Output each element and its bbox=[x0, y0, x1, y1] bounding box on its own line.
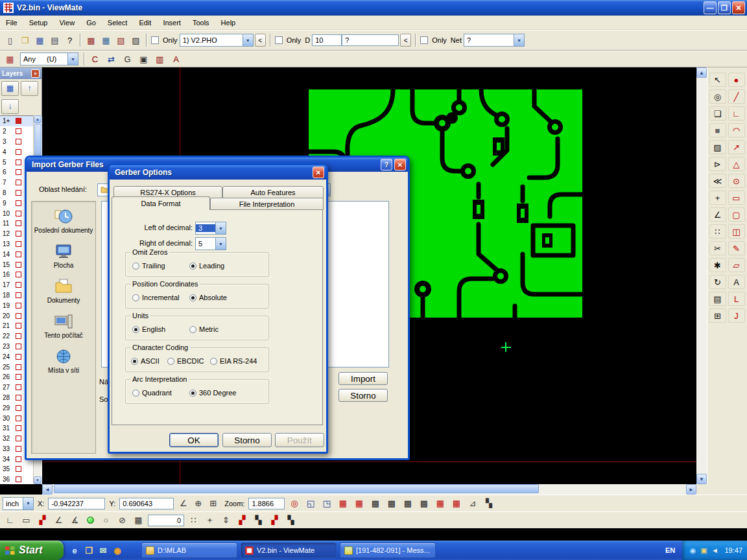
prev-layer-button[interactable]: < bbox=[255, 34, 266, 47]
measure-angle-icon[interactable]: ∠ bbox=[176, 496, 191, 511]
place-desktop[interactable]: Plocha bbox=[34, 243, 93, 269]
pat-red1-icon[interactable]: ▞ bbox=[235, 513, 250, 528]
layer-color-swatch[interactable] bbox=[16, 425, 21, 431]
layer-color-swatch[interactable] bbox=[16, 169, 21, 175]
circle-tool-icon[interactable]: ○ bbox=[99, 513, 113, 528]
layer-color-swatch[interactable] bbox=[16, 118, 21, 124]
draw-polyline-icon[interactable]: ∟ bbox=[728, 106, 745, 121]
only-layer-checkbox[interactable] bbox=[151, 36, 159, 44]
place-computer[interactable]: Tento počítač bbox=[34, 313, 93, 339]
new-file-icon[interactable]: ▯ bbox=[3, 33, 18, 47]
mask-view-icon[interactable]: ▨ bbox=[128, 33, 143, 47]
probe-icon[interactable]: ⊘ bbox=[115, 513, 130, 528]
radio-absolute[interactable]: Absolute bbox=[189, 294, 227, 301]
layer-color-swatch[interactable] bbox=[16, 200, 21, 206]
volume-tray-icon[interactable]: ◄ bbox=[710, 545, 720, 555]
zoom-all-icon[interactable]: ◳ bbox=[319, 496, 334, 511]
draw-target-icon[interactable]: ⊙ bbox=[728, 174, 745, 188]
layer-color-swatch[interactable] bbox=[16, 446, 21, 452]
dcode-info-field[interactable]: ? bbox=[342, 34, 399, 46]
dcode-input[interactable]: 10 bbox=[312, 34, 342, 46]
layer-color-swatch[interactable] bbox=[16, 384, 21, 390]
radio-icon[interactable] bbox=[189, 326, 196, 333]
checker-icon[interactable]: ▚ bbox=[481, 496, 496, 511]
layer-color-swatch[interactable] bbox=[16, 272, 21, 277]
menu-select[interactable]: Select bbox=[102, 17, 134, 29]
grid-table1-icon[interactable]: ▦ bbox=[433, 496, 447, 511]
messenger-tray-icon[interactable]: ▣ bbox=[699, 545, 709, 555]
layer-color-swatch[interactable] bbox=[16, 282, 21, 288]
radio-eia-rs244[interactable]: EIA RS-244 bbox=[210, 357, 257, 365]
layer-color-swatch[interactable] bbox=[16, 436, 21, 441]
measure-tool-icon[interactable]: ∠ bbox=[709, 207, 726, 222]
menu-file[interactable]: File bbox=[0, 17, 23, 29]
text-a-icon[interactable]: A bbox=[169, 52, 184, 66]
aperture-scope-combo[interactable]: Any(U) bbox=[20, 52, 78, 65]
radio-icon[interactable] bbox=[132, 262, 139, 270]
radio-icon[interactable] bbox=[210, 358, 217, 365]
layer-color-swatch[interactable] bbox=[16, 415, 21, 421]
text-tool-icon[interactable]: A bbox=[728, 275, 745, 289]
chevron-down-icon[interactable] bbox=[67, 53, 78, 65]
mail-quick-icon[interactable]: ✉ bbox=[97, 544, 110, 557]
help-button[interactable]: ? bbox=[381, 159, 392, 170]
grid-view-icon[interactable]: ▧ bbox=[113, 33, 128, 47]
layers-tool-icon[interactable]: ❏ bbox=[709, 106, 726, 121]
draw-pen-icon[interactable]: ✎ bbox=[728, 241, 745, 255]
layer-color-swatch[interactable] bbox=[16, 313, 21, 319]
place-network[interactable]: Místa v síti bbox=[34, 348, 93, 374]
layer-color-swatch[interactable] bbox=[16, 180, 21, 185]
zoom-window-icon[interactable]: ◱ bbox=[303, 496, 318, 511]
print-icon[interactable]: ▤ bbox=[47, 33, 62, 47]
layer-color-swatch[interactable] bbox=[16, 251, 21, 257]
corner-ruler-icon[interactable]: ∟ bbox=[3, 513, 18, 528]
chevron-down-icon[interactable] bbox=[243, 34, 253, 46]
menu-setup[interactable]: Setup bbox=[23, 17, 54, 29]
restore-button[interactable]: ❐ bbox=[718, 1, 731, 14]
aperture-table-icon[interactable]: ▦ bbox=[351, 496, 366, 511]
right-decimal-combo[interactable]: 5 bbox=[195, 237, 226, 250]
chevron-down-icon[interactable] bbox=[23, 498, 33, 509]
aperture-icon[interactable]: ▦ bbox=[3, 52, 18, 66]
menu-go[interactable]: Go bbox=[80, 17, 102, 29]
radio-icon[interactable] bbox=[131, 358, 138, 365]
draw-triangle-icon[interactable]: △ bbox=[728, 157, 745, 171]
print-tool-icon[interactable]: ▤ bbox=[709, 292, 726, 306]
close-button[interactable]: ✕ bbox=[732, 1, 745, 14]
layer-color-swatch[interactable] bbox=[16, 405, 21, 411]
cut-tool-icon[interactable]: ✂ bbox=[709, 241, 726, 255]
angle-arc-icon[interactable]: ∡ bbox=[67, 513, 82, 528]
radio-icon[interactable] bbox=[132, 294, 139, 301]
scroll-thumb[interactable] bbox=[54, 484, 539, 493]
layer-color-swatch[interactable] bbox=[16, 466, 21, 472]
radio-icon[interactable] bbox=[189, 262, 196, 270]
layer-up-button[interactable]: ↑ bbox=[21, 81, 38, 96]
layer-color-swatch[interactable] bbox=[16, 456, 21, 462]
place-recent[interactable]: Poslední dokumenty bbox=[34, 208, 93, 234]
net-combo[interactable]: ? bbox=[464, 34, 525, 47]
cursor-tool-icon[interactable]: ↖ bbox=[709, 73, 726, 87]
task-button-viewmate[interactable]: V2.bin - ViewMate bbox=[241, 542, 337, 558]
rotate-tool-icon[interactable]: ↻ bbox=[709, 275, 726, 289]
zoom-point-icon[interactable]: ◎ bbox=[287, 496, 302, 511]
menu-insert[interactable]: Insert bbox=[157, 17, 187, 29]
ruler-icon[interactable]: ▭ bbox=[19, 513, 34, 528]
layer-color-swatch[interactable] bbox=[16, 231, 21, 237]
g-code-icon[interactable]: G bbox=[120, 52, 135, 66]
pat-dark2-icon[interactable]: ▚ bbox=[283, 513, 298, 528]
import-button[interactable]: Import bbox=[338, 372, 388, 385]
save-icon[interactable]: ▦ bbox=[32, 33, 47, 47]
settings-tool-icon[interactable]: ✱ bbox=[709, 258, 726, 272]
ie-icon[interactable]: e bbox=[68, 544, 81, 557]
hatch-tool-icon[interactable]: ▨ bbox=[709, 140, 726, 154]
swap-icon[interactable]: ⇄ bbox=[104, 52, 119, 66]
scroll-down-icon[interactable] bbox=[696, 474, 707, 484]
gerber-dialog-titlebar[interactable]: Gerber Options ✕ bbox=[110, 165, 326, 180]
vertical-scrollbar[interactable] bbox=[696, 67, 707, 484]
count-field[interactable]: 0 bbox=[148, 515, 184, 526]
task-button-mlab[interactable]: D:\MLAB bbox=[141, 542, 237, 558]
dcode-table-icon[interactable]: ▦ bbox=[335, 496, 350, 511]
tab-auto-features[interactable]: Auto Features bbox=[222, 186, 324, 199]
plot-tool-icon[interactable]: ⊞ bbox=[709, 309, 726, 323]
fill-tool-icon[interactable]: ■ bbox=[709, 123, 726, 137]
